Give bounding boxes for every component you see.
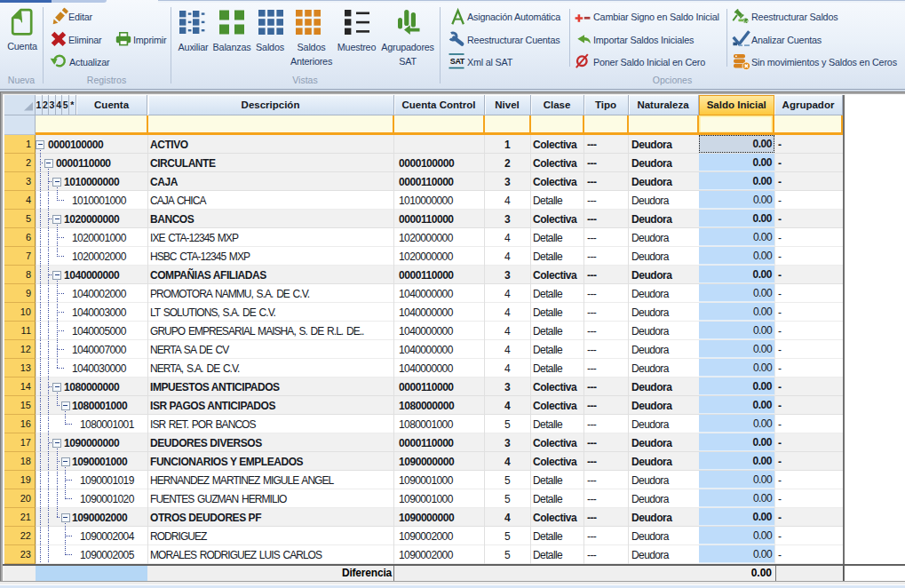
svg-text:SAT: SAT [450,57,465,66]
